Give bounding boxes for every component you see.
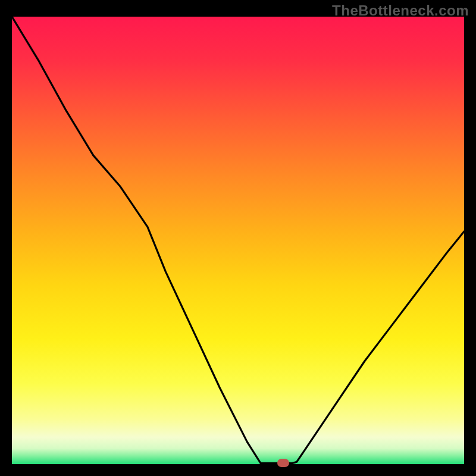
bottleneck-chart (12, 17, 464, 464)
optimal-point-marker (277, 459, 289, 467)
gradient-background (12, 17, 464, 464)
chart-frame: TheBottleneck.com (0, 0, 476, 476)
watermark-text: TheBottleneck.com (332, 2, 469, 19)
plot-area (12, 17, 464, 464)
